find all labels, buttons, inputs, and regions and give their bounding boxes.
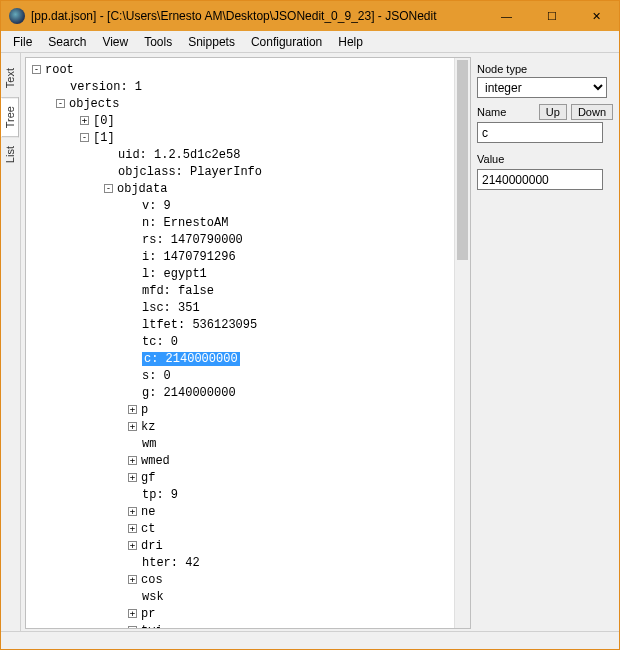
tree-node[interactable]: -[1] (28, 130, 452, 147)
tree-node-label[interactable]: objdata (117, 182, 167, 196)
tree-node[interactable]: -objdata (28, 181, 452, 198)
scrollbar-thumb[interactable] (457, 60, 468, 260)
tree-node-label[interactable]: tc: 0 (142, 335, 178, 349)
tree-node[interactable]: wsk (28, 589, 452, 606)
expand-icon[interactable]: + (80, 116, 89, 125)
tree-node[interactable]: c: 2140000000 (28, 351, 452, 368)
collapse-icon[interactable]: - (32, 65, 41, 74)
tree-node-label[interactable]: rs: 1470790000 (142, 233, 243, 247)
tree-node-label[interactable]: wsk (142, 590, 164, 604)
tree-node[interactable]: +pr (28, 606, 452, 623)
expand-icon[interactable]: + (128, 541, 137, 550)
tree-node-label[interactable]: tyi (141, 624, 163, 628)
tree-node-label[interactable]: c: 2140000000 (142, 352, 240, 366)
tree-node[interactable]: g: 2140000000 (28, 385, 452, 402)
expand-icon[interactable]: + (128, 405, 137, 414)
tree-node-label[interactable]: ct (141, 522, 155, 536)
close-button[interactable]: ✕ (574, 1, 619, 31)
node-type-select[interactable]: integer (477, 77, 607, 98)
tree-node[interactable]: +wmed (28, 453, 452, 470)
up-button[interactable]: Up (539, 104, 567, 120)
tree-node[interactable]: objclass: PlayerInfo (28, 164, 452, 181)
titlebar[interactable]: [pp.dat.json] - [C:\Users\Ernesto AM\Des… (1, 1, 619, 31)
tree-node[interactable]: tp: 9 (28, 487, 452, 504)
tree-node[interactable]: +[0] (28, 113, 452, 130)
tree-node-label[interactable]: s: 0 (142, 369, 171, 383)
tree-node-label[interactable]: g: 2140000000 (142, 386, 236, 400)
menu-tools[interactable]: Tools (136, 33, 180, 51)
tree-node[interactable]: l: egypt1 (28, 266, 452, 283)
tree-node[interactable]: -objects (28, 96, 452, 113)
tree-view[interactable]: -rootversion: 1-objects+[0]-[1]uid: 1.2.… (26, 58, 454, 628)
down-button[interactable]: Down (571, 104, 613, 120)
tree-node[interactable]: mfd: false (28, 283, 452, 300)
tree-node[interactable]: hter: 42 (28, 555, 452, 572)
side-tab-text[interactable]: Text (1, 59, 19, 97)
tree-node-label[interactable]: objects (69, 97, 119, 111)
expand-icon[interactable]: + (128, 524, 137, 533)
tree-node[interactable]: version: 1 (28, 79, 452, 96)
expand-icon[interactable]: + (128, 456, 137, 465)
tree-node-label[interactable]: hter: 42 (142, 556, 200, 570)
minimize-button[interactable]: — (484, 1, 529, 31)
tree-node-label[interactable]: i: 1470791296 (142, 250, 236, 264)
tree-node[interactable]: +kz (28, 419, 452, 436)
side-tab-tree[interactable]: Tree (1, 97, 19, 137)
tree-node-label[interactable]: gf (141, 471, 155, 485)
tree-node[interactable]: +ct (28, 521, 452, 538)
name-input[interactable] (477, 122, 603, 143)
collapse-icon[interactable]: - (56, 99, 65, 108)
tree-node-label[interactable]: ne (141, 505, 155, 519)
tree-node[interactable]: tc: 0 (28, 334, 452, 351)
expand-icon[interactable]: + (128, 609, 137, 618)
tree-node-label[interactable]: n: ErnestoAM (142, 216, 228, 230)
tree-node[interactable]: lsc: 351 (28, 300, 452, 317)
value-input[interactable] (477, 169, 603, 190)
maximize-button[interactable]: ☐ (529, 1, 574, 31)
tree-node[interactable]: +gf (28, 470, 452, 487)
tree-node-label[interactable]: mfd: false (142, 284, 214, 298)
expand-icon[interactable]: + (128, 473, 137, 482)
menu-search[interactable]: Search (40, 33, 94, 51)
expand-icon[interactable]: + (128, 626, 137, 628)
tree-node[interactable]: +dri (28, 538, 452, 555)
tree-node-label[interactable]: kz (141, 420, 155, 434)
tree-scrollbar[interactable] (454, 58, 470, 628)
tree-node-label[interactable]: dri (141, 539, 163, 553)
menu-file[interactable]: File (5, 33, 40, 51)
tree-node-label[interactable]: uid: 1.2.5d1c2e58 (118, 148, 240, 162)
menu-snippets[interactable]: Snippets (180, 33, 243, 51)
menu-configuration[interactable]: Configuration (243, 33, 330, 51)
tree-node-label[interactable]: tp: 9 (142, 488, 178, 502)
tree-node-label[interactable]: pr (141, 607, 155, 621)
tree-node[interactable]: uid: 1.2.5d1c2e58 (28, 147, 452, 164)
expand-icon[interactable]: + (128, 507, 137, 516)
tree-node[interactable]: s: 0 (28, 368, 452, 385)
tree-node-label[interactable]: version: 1 (70, 80, 142, 94)
tree-node[interactable]: ltfet: 536123095 (28, 317, 452, 334)
tree-node[interactable]: wm (28, 436, 452, 453)
tree-node-label[interactable]: p (141, 403, 148, 417)
tree-node-label[interactable]: objclass: PlayerInfo (118, 165, 262, 179)
tree-node-label[interactable]: [0] (93, 114, 115, 128)
tree-node-label[interactable]: v: 9 (142, 199, 171, 213)
tree-node-label[interactable]: cos (141, 573, 163, 587)
tree-node-label[interactable]: root (45, 63, 74, 77)
side-tab-list[interactable]: List (1, 137, 19, 172)
tree-node[interactable]: rs: 1470790000 (28, 232, 452, 249)
tree-node[interactable]: +ne (28, 504, 452, 521)
tree-node[interactable]: v: 9 (28, 198, 452, 215)
tree-node[interactable]: n: ErnestoAM (28, 215, 452, 232)
tree-node-label[interactable]: [1] (93, 131, 115, 145)
collapse-icon[interactable]: - (104, 184, 113, 193)
collapse-icon[interactable]: - (80, 133, 89, 142)
menu-help[interactable]: Help (330, 33, 371, 51)
tree-node-label[interactable]: wm (142, 437, 156, 451)
tree-node-label[interactable]: wmed (141, 454, 170, 468)
tree-node-label[interactable]: l: egypt1 (142, 267, 207, 281)
tree-node[interactable]: +tyi (28, 623, 452, 628)
tree-node-label[interactable]: lsc: 351 (142, 301, 200, 315)
tree-node[interactable]: +cos (28, 572, 452, 589)
tree-node[interactable]: +p (28, 402, 452, 419)
tree-node[interactable]: i: 1470791296 (28, 249, 452, 266)
